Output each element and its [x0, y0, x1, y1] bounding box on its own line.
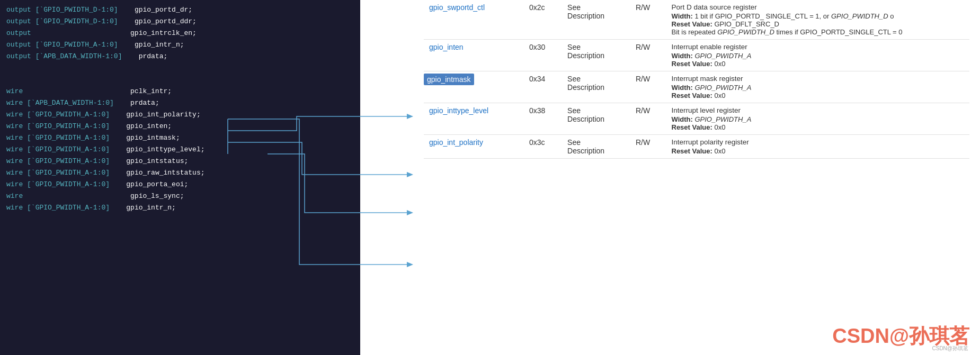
desc-title: Interrupt mask register: [672, 75, 965, 83]
reg-rw: R/W: [630, 0, 666, 40]
reg-offset: 0x30: [524, 40, 562, 71]
code-line: wire pclk_intr;: [0, 86, 360, 97]
code-line: wire [`GPIO_PWIDTH_A-1:0] gpio_int_polar…: [0, 109, 360, 121]
svg-marker-8: [407, 262, 413, 267]
reg-rw: R/W: [630, 71, 666, 103]
code-line: wire [`GPIO_PWIDTH_A-1:0] gpio_inttype_l…: [0, 144, 360, 156]
reg-offset: 0x34: [524, 71, 562, 103]
table-row: gpio_inten 0x30 SeeDescription R/W Inter…: [424, 40, 969, 71]
register-table-panel: gpio_swportd_ctl 0x2c SeeDescription R/W…: [413, 0, 980, 355]
code-line: output gpio_intrclk_en;: [0, 28, 360, 39]
code-line: wire [`GPIO_PWIDTH_A-1:0] gpio_intstatus…: [0, 156, 360, 167]
reg-offset: 0x2c: [524, 0, 562, 40]
desc-title: Interrupt level register: [672, 106, 965, 114]
code-line: wire [`GPIO_PWIDTH_A-1:0] gpio_intmask;: [0, 132, 360, 144]
reg-size: SeeDescription: [562, 40, 630, 71]
code-line: output [`GPIO_PWIDTH_A-1:0] gpio_intr_n;: [0, 39, 360, 51]
reg-desc: Port D data source register Width: 1 bit…: [666, 0, 970, 40]
code-line: wire [`GPIO_PWIDTH_A-1:0] gpio_intr_n;: [0, 202, 360, 214]
desc-detail: Reset Value: 0x0: [672, 147, 965, 155]
table-row: gpio_int_polarity 0x3c SeeDescription R/…: [424, 135, 969, 159]
reg-desc: Interrupt enable register Width: GPIO_PW…: [666, 40, 970, 71]
reg-size: SeeDescription: [562, 0, 630, 40]
code-empty-line: [0, 62, 360, 74]
code-empty-line: [0, 74, 360, 86]
desc-detail: Bit is repeated GPIO_PWIDTH_D times if G…: [672, 28, 965, 36]
code-line: wire gpio_ls_sync;: [0, 190, 360, 202]
desc-detail: Reset Value: 0x0: [672, 60, 965, 68]
code-line: wire [`APB_DATA_WIDTH-1:0] prdata;: [0, 97, 360, 109]
desc-detail: Width: 1 bit if GPIO_PORTD_ SINGLE_CTL =…: [672, 12, 965, 20]
reg-offset: 0x3c: [524, 135, 562, 159]
desc-detail: Width: GPIO_PWIDTH_A: [672, 52, 965, 60]
reg-desc: Interrupt polarity register Reset Value:…: [666, 135, 970, 159]
reg-size: SeeDescription: [562, 103, 630, 135]
reg-rw: R/W: [630, 40, 666, 71]
code-line: output [`APB_DATA_WIDTH-1:0] prdata;: [0, 51, 360, 62]
code-line: output [`GPIO_PWIDTH_D-1:0] gpio_portd_d…: [0, 4, 360, 16]
code-line: wire [`GPIO_PWIDTH_A-1:0] gpio_inten;: [0, 121, 360, 132]
reg-offset: 0x38: [524, 103, 562, 135]
connector-area: [360, 0, 413, 355]
right-wrapper: gpio_swportd_ctl 0x2c SeeDescription R/W…: [413, 0, 980, 355]
desc-title: Port D data source register: [672, 3, 965, 11]
desc-detail: Reset Value: GPIO_DFLT_SRC_D: [672, 20, 965, 28]
table-row: gpio_intmask 0x34 SeeDescription R/W Int…: [424, 71, 969, 103]
reg-desc: Interrupt mask register Width: GPIO_PWID…: [666, 71, 970, 103]
desc-title: Interrupt polarity register: [672, 138, 965, 146]
code-line: wire [`GPIO_PWIDTH_A-1:0] gpio_porta_eoi…: [0, 179, 360, 190]
reg-size: SeeDescription: [562, 135, 630, 159]
reg-size: SeeDescription: [562, 71, 630, 103]
reg-name[interactable]: gpio_intmask: [424, 74, 474, 85]
desc-detail: Reset Value: 0x0: [672, 123, 965, 131]
code-panel: output [`GPIO_PWIDTH_D-1:0] gpio_portd_d…: [0, 0, 360, 355]
desc-detail: Reset Value: 0x0: [672, 92, 965, 99]
reg-name[interactable]: gpio_int_polarity: [424, 135, 524, 159]
reg-name[interactable]: gpio_inttype_level: [424, 103, 524, 135]
svg-marker-4: [407, 172, 413, 177]
reg-name[interactable]: gpio_swportd_ctl: [424, 0, 524, 40]
desc-title: Interrupt enable register: [672, 43, 965, 51]
table-row: gpio_inttype_level 0x38 SeeDescription R…: [424, 103, 969, 135]
svg-marker-2: [407, 114, 413, 119]
code-line: output [`GPIO_PWIDTH_D-1:0] gpio_portd_d…: [0, 16, 360, 28]
reg-desc: Interrupt level register Width: GPIO_PWI…: [666, 103, 970, 135]
register-table: gpio_swportd_ctl 0x2c SeeDescription R/W…: [424, 0, 969, 159]
table-row: gpio_swportd_ctl 0x2c SeeDescription R/W…: [424, 0, 969, 40]
reg-rw: R/W: [630, 103, 666, 135]
code-line: wire [`GPIO_PWIDTH_A-1:0] gpio_raw_intst…: [0, 167, 360, 179]
desc-detail: Width: GPIO_PWIDTH_A: [672, 84, 965, 92]
svg-marker-6: [407, 210, 413, 215]
reg-name[interactable]: gpio_inten: [424, 40, 524, 71]
desc-detail: Width: GPIO_PWIDTH_A: [672, 115, 965, 123]
reg-rw: R/W: [630, 135, 666, 159]
